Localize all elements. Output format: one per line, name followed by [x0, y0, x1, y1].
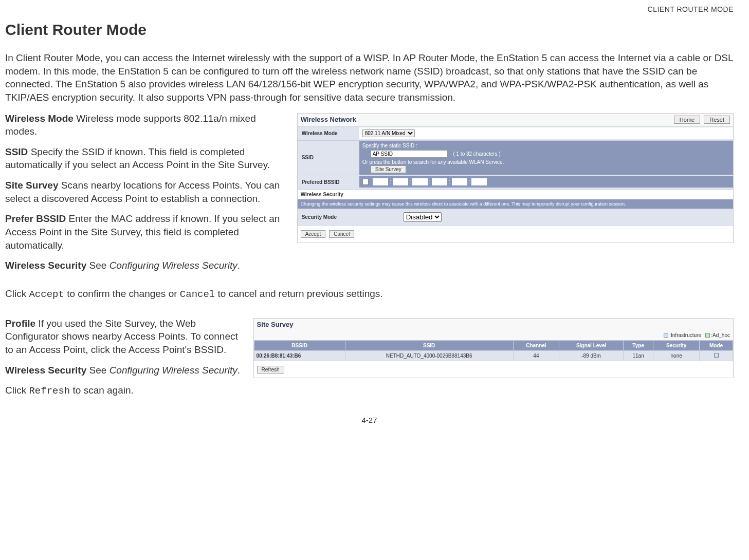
page-title: Client Router Mode	[5, 21, 734, 39]
survey-legend: :Infrastructure :Ad_hoc	[254, 330, 733, 340]
def-prefer-bssid: Prefer BSSID Enter the MAC address if kn…	[5, 212, 289, 252]
home-button[interactable]: Home	[674, 116, 700, 124]
bssid-checkbox[interactable]	[362, 179, 369, 185]
adhoc-icon	[705, 333, 710, 338]
cell-ssid: NETHD_AUTO_4000-0026B88143B6	[345, 350, 513, 361]
panel1-title: Wireless Network	[301, 116, 356, 123]
refresh-button[interactable]: Refresh	[257, 366, 284, 374]
security-warning: Changing the wireless security settings …	[298, 199, 733, 209]
def-profile: Profile If you used the Site Survey, the…	[5, 317, 246, 357]
def-ssid: SSID Specify the SSID if known. This fie…	[5, 145, 289, 172]
cell-mode	[700, 350, 733, 361]
table-row[interactable]: 00:26:B8:81:43:B6 NETHD_AUTO_4000-0026B8…	[254, 350, 733, 361]
cell-bssid[interactable]: 00:26:B8:81:43:B6	[254, 350, 345, 361]
wireless-mode-label: Wireless Mode	[298, 126, 359, 140]
infrastructure-icon	[664, 333, 668, 338]
wireless-network-panel: Wireless Network Home Reset Wireless Mod…	[297, 113, 734, 242]
security-mode-label: Security Mode	[298, 210, 400, 224]
wireless-security-heading: Wireless Security	[298, 189, 733, 199]
bssid-seg-5[interactable]	[452, 178, 467, 185]
security-mode-select[interactable]: Disabled	[404, 212, 442, 222]
intro-paragraph: In Client Router Mode, you can access th…	[5, 51, 734, 104]
col-security: Security	[653, 340, 700, 350]
col-ssid: SSID	[345, 340, 513, 350]
def-wireless-mode: Wireless Mode Wireless mode supports 802…	[5, 112, 289, 138]
cancel-button[interactable]: Cancel	[329, 230, 354, 238]
header-running-title: CLIENT ROUTER MODE	[5, 5, 734, 13]
reset-button[interactable]: Reset	[704, 116, 730, 124]
col-signal: Signal Level	[559, 340, 624, 350]
panel2-title: Site Survey	[257, 321, 294, 328]
refresh-note: Click Refresh to scan again.	[5, 384, 246, 398]
ssid-input[interactable]	[371, 150, 448, 158]
cell-security: none	[653, 350, 700, 361]
site-survey-button[interactable]: Site Survey	[371, 165, 406, 173]
def-wireless-security-1: Wireless Security See Configuring Wirele…	[5, 259, 289, 272]
bssid-seg-4[interactable]	[432, 178, 447, 185]
def-site-survey: Site Survey Scans nearby locations for A…	[5, 179, 289, 205]
ssid-hint: ( 1 to 32 characters )	[453, 151, 500, 157]
bssid-seg-1[interactable]	[373, 178, 388, 185]
ssid-static-text: Specify the static SSID :	[362, 143, 730, 148]
col-channel: Channel	[513, 340, 559, 350]
wireless-mode-select[interactable]: 802.11 A/N Mixed	[362, 129, 415, 137]
ssid-label: SSID	[298, 151, 359, 164]
accept-cancel-note: Click Accept to confirm the changes or C…	[5, 287, 734, 302]
bssid-seg-6[interactable]	[471, 178, 487, 185]
col-type: Type	[623, 340, 653, 350]
site-survey-table: BSSID SSID Channel Signal Level Type Sec…	[254, 340, 733, 361]
prefered-bssid-label: Prefered BSSID	[298, 175, 359, 189]
accept-button[interactable]: Accept	[301, 230, 326, 238]
ssid-or-text: Or press the button to search for any av…	[362, 159, 730, 165]
col-bssid: BSSID	[254, 340, 345, 350]
cell-type: 11an	[623, 350, 653, 361]
cell-signal: -89 dBm	[559, 350, 624, 361]
page-number: 4-27	[5, 416, 734, 424]
mode-infra-icon	[714, 353, 719, 358]
bssid-seg-3[interactable]	[412, 178, 428, 185]
def-wireless-security-2: Wireless Security See Configuring Wirele…	[5, 364, 246, 377]
cell-channel: 44	[513, 350, 559, 361]
col-mode: Mode	[700, 340, 733, 350]
site-survey-panel: Site Survey :Infrastructure :Ad_hoc BSSI…	[253, 318, 734, 378]
bssid-seg-2[interactable]	[393, 178, 408, 185]
